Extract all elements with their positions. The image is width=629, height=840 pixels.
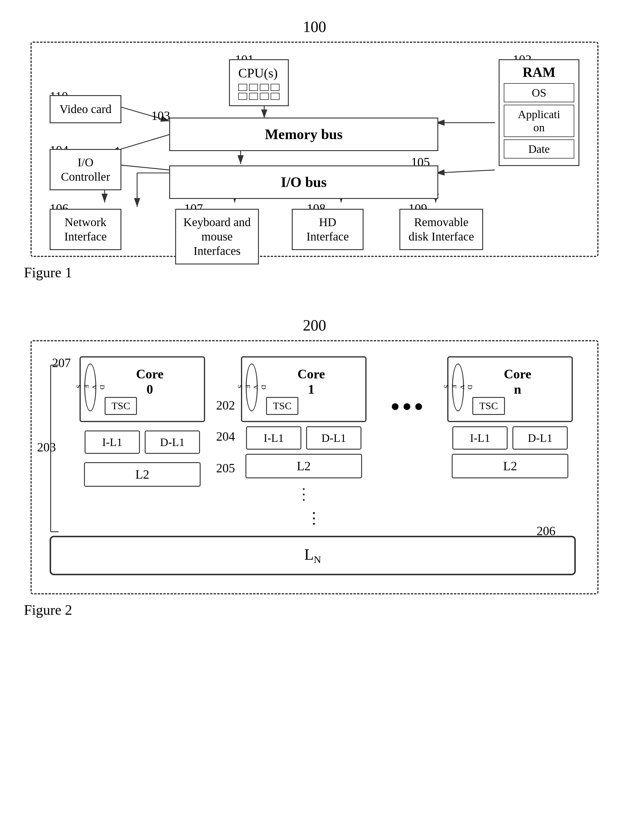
io-bus-area: I/O bus bbox=[169, 166, 438, 199]
core1-column: DVFS Core1 TSC I-L1 D-L1 L2 ⋮ bbox=[241, 356, 367, 503]
fig1-number: 100 bbox=[24, 18, 605, 36]
fig2-diagram: 207 201 203 202 DVFS Core0 TSC bbox=[30, 340, 599, 594]
dot1: ● bbox=[391, 397, 400, 415]
cores-row: 202 DVFS Core0 TSC 204 I-L1 D-L1 bbox=[50, 356, 579, 503]
cpu-cell bbox=[271, 93, 279, 100]
cpu-cell bbox=[260, 93, 269, 100]
label-203: 203 bbox=[37, 440, 56, 455]
figure1-caption: Figure 1 bbox=[24, 264, 605, 281]
dot3: ● bbox=[414, 397, 423, 415]
coren-dvfs: DVFS bbox=[452, 363, 464, 411]
cpu-box: CPU(s) bbox=[229, 59, 289, 106]
cpu-cell bbox=[260, 84, 269, 91]
label-205: 205 bbox=[216, 461, 235, 475]
core0-box: DVFS Core0 TSC bbox=[79, 356, 205, 422]
core1-label: Core1 bbox=[263, 366, 359, 397]
core0-l1-row: I-L1 D-L1 bbox=[85, 431, 200, 454]
coren-box: DVFS Coren TSC bbox=[447, 356, 573, 422]
removable-disk-area: Removabledisk Interface bbox=[399, 209, 483, 250]
core0-outer-wrap: 202 DVFS Core0 TSC bbox=[79, 356, 205, 422]
fig1-diagram: 101 CPU(s) bbox=[30, 41, 599, 257]
label-202: 202 bbox=[216, 398, 235, 412]
keyboard-mouse-box: Keyboard andmouse Interfaces bbox=[175, 209, 259, 264]
dots-horizontal: ● ● ● bbox=[391, 397, 423, 415]
fig2-number: 200 bbox=[24, 316, 605, 334]
core1-dots-below: ⋮ bbox=[296, 485, 312, 503]
core0-dvfs: DVFS bbox=[84, 363, 96, 411]
cpu-title: CPU(s) bbox=[238, 66, 279, 81]
core1-dl1: D-L1 bbox=[306, 426, 361, 450]
ram-app: Application bbox=[504, 105, 574, 137]
core1-l1-row: I-L1 D-L1 bbox=[246, 426, 361, 450]
label-206: 206 bbox=[537, 524, 555, 538]
io-controller-box: I/OController bbox=[50, 149, 121, 190]
core1-box: DVFS Core1 TSC bbox=[241, 356, 367, 422]
core0-label: Core0 bbox=[102, 366, 198, 397]
dot2: ● bbox=[402, 397, 411, 415]
figure2-caption: Figure 2 bbox=[24, 602, 605, 618]
coren-column: DVFS Coren TSC I-L1 D-L1 L2 bbox=[447, 356, 573, 478]
io-bus-box: I/O bus bbox=[169, 166, 438, 199]
memory-bus-area: Memory bus bbox=[169, 118, 438, 151]
cpu-area: CPU(s) bbox=[229, 59, 289, 106]
cpu-cell bbox=[238, 93, 247, 100]
label-103: 103 bbox=[151, 109, 170, 123]
coren-label: Coren bbox=[469, 366, 566, 397]
coren-il1: I-L1 bbox=[452, 426, 508, 450]
core1-il1: I-L1 bbox=[246, 426, 301, 450]
core0-il1: I-L1 bbox=[85, 431, 140, 454]
video-card-area: Video card bbox=[50, 95, 121, 123]
video-card-box: Video card bbox=[50, 95, 121, 123]
ram-title: RAM bbox=[504, 64, 574, 80]
core0-dl1: D-L1 bbox=[145, 431, 200, 454]
ram-os: OS bbox=[504, 83, 574, 102]
cpu-cell bbox=[238, 84, 247, 91]
label-204: 204 bbox=[216, 429, 235, 444]
coren-tsc: TSC bbox=[472, 397, 504, 415]
ram-box: RAM OS Application Date bbox=[499, 59, 579, 166]
ram-data: Date bbox=[504, 139, 574, 159]
svg-line-8 bbox=[435, 170, 495, 173]
coren-l2: L2 bbox=[452, 454, 568, 478]
io-controller-area: I/OController bbox=[50, 149, 121, 190]
core1-tsc: TSC bbox=[266, 397, 298, 415]
core1-dvfs: DVFS bbox=[246, 363, 258, 411]
core0-tsc: TSC bbox=[105, 397, 137, 415]
ln-box: LN bbox=[50, 536, 576, 575]
core1-l2: L2 bbox=[246, 454, 362, 478]
network-interface-box: NetworkInterface bbox=[50, 209, 121, 250]
removable-disk-box: Removabledisk Interface bbox=[399, 209, 483, 250]
core0-column: 202 DVFS Core0 TSC 204 I-L1 D-L1 bbox=[79, 356, 205, 487]
hd-interface-box: HDInterface bbox=[292, 209, 364, 250]
dots-below-cores: ⋮ bbox=[50, 509, 579, 527]
cpu-grid bbox=[238, 84, 279, 100]
figure1-section: 100 bbox=[24, 18, 605, 281]
cpu-cell bbox=[249, 93, 258, 100]
figure2-section: 200 207 201 203 202 DVFS Co bbox=[24, 316, 605, 618]
memory-bus-box: Memory bus bbox=[169, 118, 438, 151]
hd-interface-area: HDInterface bbox=[292, 209, 364, 250]
cpu-cell bbox=[249, 84, 258, 91]
network-interface-area: NetworkInterface bbox=[50, 209, 121, 250]
cpu-cell bbox=[271, 84, 279, 91]
ln-area: 206 LN bbox=[50, 536, 579, 575]
coren-dl1: D-L1 bbox=[512, 426, 568, 450]
core0-l2: L2 bbox=[84, 462, 200, 487]
page: 100 bbox=[0, 0, 629, 636]
ram-area: RAM OS Application Date bbox=[499, 59, 579, 166]
keyboard-mouse-area: Keyboard andmouse Interfaces bbox=[175, 209, 259, 264]
coren-l1-row: I-L1 D-L1 bbox=[452, 426, 568, 450]
